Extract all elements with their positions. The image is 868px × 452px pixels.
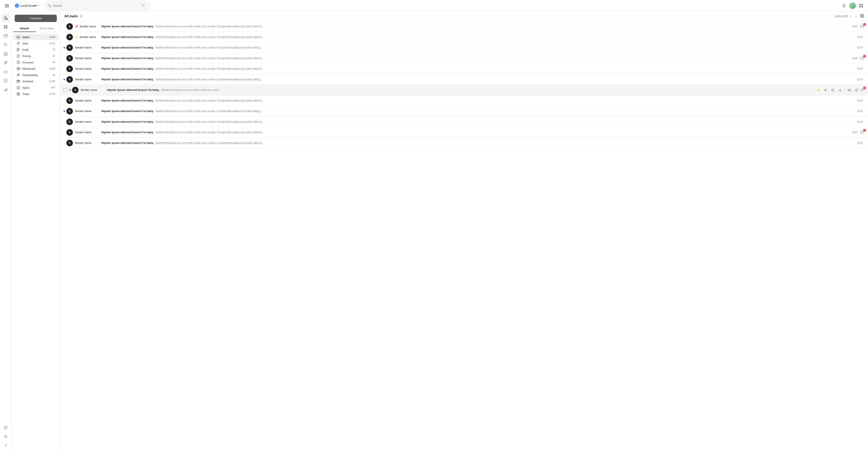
nav-count-spam: 547 — [51, 86, 55, 89]
email-checkbox[interactable] — [63, 88, 67, 92]
email-subject: Hipster ipsum tattooed brunch I'm baby. — [101, 120, 154, 123]
mark-action-button[interactable] — [846, 87, 852, 93]
svg-rect-7 — [860, 6, 861, 7]
notifications-button[interactable] — [840, 2, 848, 9]
tab-smart-views[interactable]: Smart views — [36, 25, 59, 32]
sender-name: Sender name — [75, 99, 101, 102]
sidebar-item-snoozed[interactable]: Snoozed 54 — [13, 59, 58, 65]
sender-name: Sender name — [75, 110, 101, 113]
nav-label-snoozed: Snoozed — [22, 61, 53, 64]
nav-count-participating: 49 — [53, 73, 55, 77]
rail-notes-icon[interactable] — [2, 77, 10, 85]
table-row[interactable]: S Sender name Hipster ipsum tattooed bru… — [60, 42, 868, 53]
sidebar-item-spam[interactable]: Spam 547 — [13, 85, 58, 91]
sidebar-item-priority[interactable]: Priority 12 — [13, 53, 58, 59]
pin-action-button[interactable] — [823, 87, 828, 93]
topbar-actions — [840, 2, 865, 9]
nav-label-draft: Draft — [22, 48, 53, 51]
rail-compose-icon[interactable] — [2, 14, 10, 22]
rail-calendar-icon[interactable] — [2, 32, 10, 40]
sidebar-item-participating[interactable]: Participating 49 — [13, 72, 58, 78]
download-action-button[interactable] — [837, 87, 843, 93]
svg-rect-26 — [6, 88, 7, 91]
prev-page-button[interactable]: ‹ — [849, 14, 853, 19]
svg-rect-2 — [5, 7, 9, 7]
sender-avatar: S — [72, 87, 79, 93]
svg-point-33 — [18, 56, 19, 57]
layout-toggle-button[interactable] — [860, 14, 864, 19]
rail-analytics-icon[interactable] — [2, 86, 10, 94]
svg-rect-31 — [17, 48, 19, 51]
email-time: 13:07 — [857, 120, 863, 123]
table-row[interactable]: S Sender name Hipster ipsum tattooed bru… — [60, 138, 868, 148]
svg-rect-40 — [17, 93, 20, 95]
filter-button[interactable] — [140, 2, 147, 9]
svg-rect-30 — [17, 36, 20, 38]
table-row[interactable]: S Sender name Hipster ipsum tattooed bru… — [60, 95, 868, 106]
chevron-down-icon: ▾ — [38, 4, 39, 7]
rail-search-people-icon[interactable] — [2, 59, 10, 67]
unread-indicator — [63, 111, 65, 112]
apps-grid-button[interactable] — [858, 2, 865, 9]
sender-name: Sender name — [75, 141, 101, 144]
email-subject: Hipster ipsum tattooed brunch I'm baby. — [101, 78, 154, 81]
sidebar-item-sent[interactable]: Sent 1,842 — [13, 40, 58, 47]
table-row[interactable]: S Sender name Hipster ipsum tattooed bru… — [60, 64, 868, 74]
hamburger-button[interactable] — [3, 2, 10, 9]
sidebar-item-draft[interactable]: Draft 10 — [13, 47, 58, 53]
trash-action-button[interactable] — [854, 87, 860, 93]
svg-rect-0 — [5, 4, 9, 5]
pagination-text: 1-50 of 123 — [834, 15, 848, 18]
svg-rect-9 — [4, 17, 6, 17]
unread-indicator — [69, 89, 71, 91]
nav-label-participating: Participating — [22, 73, 53, 77]
snooze-action-button[interactable] — [830, 87, 836, 93]
rail-folder-icon[interactable] — [2, 68, 10, 76]
tab-default[interactable]: Default — [13, 25, 36, 32]
table-row[interactable]: S Sender name Hipster ipsum tattooed bru… — [60, 85, 868, 95]
bolt-action-button[interactable]: ⚡ — [815, 87, 821, 93]
nav-label-trash: Trash — [22, 92, 49, 95]
table-row[interactable]: S Sender name Hipster ipsum tattooed bru… — [60, 74, 868, 85]
nav-label-sent: Sent — [22, 42, 49, 45]
svg-rect-5 — [860, 4, 861, 5]
table-row[interactable]: S Sender name Hipster ipsum tattooed bru… — [60, 106, 868, 117]
email-preview: Eleifend tincidunt eu urna nibh mollis a… — [155, 141, 855, 144]
sender-avatar: S — [66, 66, 73, 72]
table-row[interactable]: S Sender name Hipster ipsum tattooed bru… — [60, 117, 868, 127]
rail-collapse-icon[interactable] — [2, 442, 10, 450]
svg-point-20 — [5, 53, 6, 54]
next-page-button[interactable]: › — [855, 14, 858, 19]
icon-rail — [0, 11, 11, 452]
draft-icon — [16, 48, 20, 51]
search-input[interactable] — [53, 4, 138, 7]
rail-contacts-icon[interactable] — [2, 50, 10, 58]
table-row[interactable]: S Sender name Hipster ipsum tattooed bru… — [60, 127, 868, 138]
compose-button[interactable]: Compose — [14, 15, 57, 22]
sender-avatar: S — [66, 119, 73, 125]
rail-dashboard-icon[interactable] — [2, 23, 10, 31]
email-preview: Eleifend tincidunt eu urna nibh mollis a… — [155, 110, 855, 113]
sidebar-item-mentioned[interactable]: Mentioned 2,698 — [13, 66, 58, 72]
sender-avatar: S — [66, 44, 73, 51]
email-list: S 📌 Sender name Hipster ipsum tattooed b… — [60, 21, 868, 148]
search-bar[interactable]: 🔍 — [44, 1, 150, 11]
sidebar-item-inbox[interactable]: Inbox 3,448 — [13, 34, 58, 40]
mail-list-header: All mails ↺ 1-50 of 123 ‹ › — [60, 11, 868, 21]
table-row[interactable]: S Sender name Hipster ipsum tattooed bru… — [60, 53, 868, 64]
sidebar-item-trash[interactable]: Trash 4,758 — [13, 91, 58, 97]
sidebar-item-archived[interactable]: Archived 1,478 — [13, 78, 58, 84]
email-preview: Eleifend tincidunt eu urna nibh mollis a… — [155, 99, 855, 102]
table-row[interactable]: S ⚡ Sender name Hipster ipsum tattooed b… — [60, 32, 868, 42]
user-avatar[interactable] — [849, 2, 856, 9]
table-row[interactable]: S 📌 Sender name Hipster ipsum tattooed b… — [60, 21, 868, 32]
sent-icon — [16, 42, 20, 45]
rail-tag-icon[interactable] — [2, 41, 10, 49]
comment-badge: 2 — [860, 56, 865, 60]
svg-rect-25 — [5, 89, 6, 91]
email-time: 13:07 — [852, 25, 858, 28]
workspace-selector[interactable]: G Lucid Growth ▾ — [13, 3, 42, 9]
rail-help-icon[interactable] — [2, 423, 10, 432]
rail-settings-icon[interactable] — [2, 432, 10, 441]
refresh-button[interactable]: ↺ — [80, 14, 83, 18]
